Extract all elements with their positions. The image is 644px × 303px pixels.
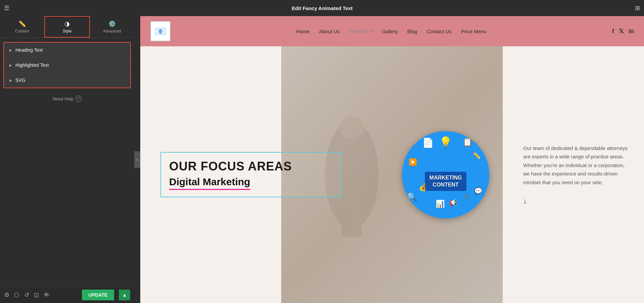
top-bar: ☰ Edit Fancy Animated Text ⊞ — [0, 0, 644, 16]
chat-icon: 💬 — [474, 187, 483, 195]
marketing-label: MARKETING CONTENT — [425, 172, 467, 191]
hero-right: Our team of dedicated & dependable attor… — [510, 46, 644, 303]
nav-contact[interactable]: Contact Us — [427, 29, 451, 34]
focus-box: OUR FOCUS AREAS Digital Marketing — [160, 152, 342, 197]
search-icon: 🔍 — [407, 192, 417, 202]
tab-style[interactable]: ◑ Style — [44, 16, 90, 38]
arrow-icon-heading: ▶ — [9, 48, 12, 52]
site-header: 📧 Home About Us Services ▾ Gallery Blog … — [140, 16, 644, 46]
accordion-highlighted-text[interactable]: ▶ Highlighted Text — [4, 58, 130, 73]
pencil-icon: ✏️ — [473, 151, 481, 159]
hero-description: Our team of dedicated & dependable attor… — [523, 144, 631, 187]
accordion-heading-text[interactable]: ▶ Heading Text — [4, 43, 130, 58]
logo-icon: 📧 — [155, 26, 166, 37]
main-layout: ✏️ Content ◑ Style ⚙️ Advanced ▶ Heading… — [0, 16, 644, 303]
layers-icon[interactable]: ⬡ — [14, 291, 19, 299]
update-arrow-button[interactable]: ▲ — [119, 290, 130, 300]
tabs-bar: ✏️ Content ◑ Style ⚙️ Advanced — [0, 16, 134, 38]
history-icon[interactable]: ↺ — [24, 291, 29, 299]
arrow-icon-svg: ▶ — [9, 79, 12, 82]
tab-advanced-label: Advanced — [103, 29, 121, 34]
need-help-label: Need Help — [53, 96, 73, 101]
tab-content[interactable]: ✏️ Content — [0, 16, 44, 38]
hero-subheading: Digital Marketing — [169, 176, 250, 190]
advanced-icon: ⚙️ — [108, 20, 116, 28]
social-icons: f 𝕏 in — [612, 28, 634, 35]
site-logo[interactable]: 📧 — [150, 21, 170, 41]
linkedin-icon[interactable]: in — [629, 28, 634, 35]
video-icon: ▶️ — [409, 158, 417, 166]
twitter-icon[interactable]: 𝕏 — [619, 28, 624, 35]
megaphone-icon: 📢 — [449, 199, 457, 207]
settings-icon[interactable]: ⚙ — [4, 291, 9, 299]
arrow-icon-highlighted: ▶ — [9, 63, 12, 67]
accordion-svg[interactable]: ▶ SVG — [4, 73, 130, 88]
style-icon: ◑ — [64, 20, 70, 28]
nav-blog[interactable]: Blog — [407, 29, 417, 34]
nav-home[interactable]: Home — [296, 29, 309, 34]
collapse-sidebar-button[interactable]: ‹ — [134, 151, 140, 168]
nav-price[interactable]: Price Menu — [461, 29, 487, 34]
content-icon: ✏️ — [18, 20, 26, 28]
document2-icon: 📋 — [462, 137, 473, 147]
hero-section: OUR FOCUS AREAS Digital Marketing — [140, 46, 644, 303]
hero-left: OUR FOCUS AREAS Digital Marketing — [140, 46, 362, 303]
main-nav: Home About Us Services ▾ Gallery Blog Co… — [296, 28, 486, 34]
need-help[interactable]: Need Help ? — [0, 92, 134, 105]
nav-gallery[interactable]: Gallery — [382, 29, 398, 34]
sidebar: ✏️ Content ◑ Style ⚙️ Advanced ▶ Heading… — [0, 16, 134, 303]
bottom-bar: ⚙ ⬡ ↺ ⊡ 👁 UPDATE ▲ — [0, 287, 134, 303]
facebook-icon[interactable]: f — [612, 28, 614, 35]
accordion-section: ▶ Heading Text ▶ Highlighted Text ▶ SVG — [3, 42, 131, 88]
bulb-icon: 💡 — [439, 136, 452, 149]
editor-title: Edit Fancy Animated Text — [9, 5, 635, 11]
tab-content-label: Content — [15, 29, 29, 34]
accordion-svg-label: SVG — [15, 78, 26, 83]
tab-style-label: Style — [63, 29, 72, 34]
grid-icon[interactable]: ⊞ — [635, 4, 640, 12]
update-button[interactable]: UPDATE — [82, 290, 114, 300]
preview-icon[interactable]: 👁 — [44, 292, 50, 299]
accordion-heading-label: Heading Text — [15, 47, 43, 53]
hamburger-icon[interactable]: ☰ — [4, 4, 9, 12]
nav-services[interactable]: Services ▾ — [349, 28, 373, 34]
help-circle-icon: ? — [76, 96, 82, 102]
chart-icon: 📊 — [436, 200, 445, 208]
nav-about[interactable]: About Us — [319, 29, 340, 34]
responsive-icon[interactable]: ⊡ — [34, 291, 39, 299]
document-icon: 📄 — [422, 137, 434, 148]
scroll-down-arrow[interactable]: ↓ — [523, 197, 631, 205]
tab-advanced[interactable]: ⚙️ Advanced — [90, 16, 134, 38]
marketing-circle: 📄 💡 📋 ✏️ 💬 ▶️ 🔍 ⚙ 💰 📊 📢 🖥 — [402, 131, 489, 218]
preview-area: 📧 Home About Us Services ▾ Gallery Blog … — [140, 16, 644, 303]
accordion-highlighted-label: Highlighted Text — [15, 62, 49, 68]
hero-heading: OUR FOCUS AREAS — [169, 159, 333, 173]
gear-icon: ⚙ — [463, 192, 471, 202]
